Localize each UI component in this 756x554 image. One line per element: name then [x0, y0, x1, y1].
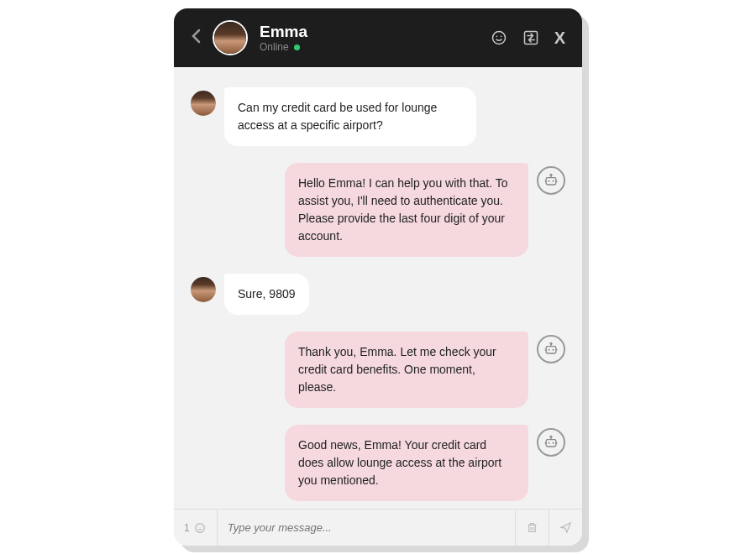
message-row: Can my credit card be used for lounge ac…	[191, 87, 565, 146]
svg-point-26	[197, 526, 198, 527]
bot-avatar-icon	[537, 428, 565, 457]
back-button[interactable]	[191, 27, 201, 49]
user-avatar-icon	[191, 277, 216, 302]
svg-rect-18	[546, 440, 556, 447]
status-label: Online	[260, 41, 289, 53]
header-actions: X	[491, 29, 565, 48]
svg-rect-4	[546, 178, 556, 185]
transfer-icon[interactable]	[522, 29, 539, 46]
svg-point-20	[553, 442, 554, 444]
chat-input-bar: 1	[174, 509, 582, 546]
svg-point-22	[550, 436, 552, 437]
message-bubble: Sure, 9809	[224, 274, 309, 315]
svg-point-15	[550, 342, 552, 344]
send-section[interactable]	[549, 510, 582, 546]
contact-avatar[interactable]	[213, 20, 248, 55]
svg-rect-11	[546, 347, 556, 353]
bot-avatar-icon	[537, 335, 565, 363]
svg-point-19	[549, 442, 550, 444]
delete-section[interactable]	[516, 510, 549, 546]
svg-point-25	[195, 523, 204, 532]
send-icon	[559, 521, 572, 534]
chat-body[interactable]: Can my credit card be used for lounge ac…	[174, 67, 582, 509]
header-text: Emma Online	[260, 23, 479, 53]
svg-point-12	[549, 349, 550, 351]
status-dot-icon	[294, 44, 300, 50]
trash-icon	[526, 521, 538, 534]
message-bubble: Thank you, Emma. Let me check your credi…	[285, 332, 528, 408]
contact-name: Emma	[260, 23, 479, 41]
svg-point-2	[500, 36, 501, 38]
message-input[interactable]	[228, 521, 505, 534]
message-bubble: Good news, Emma! Your credit card does a…	[285, 425, 528, 501]
message-row: Sure, 9809	[191, 274, 565, 315]
close-button[interactable]: X	[554, 29, 565, 48]
bot-avatar-icon	[537, 166, 565, 195]
user-avatar-icon	[191, 91, 216, 116]
svg-point-5	[549, 180, 550, 182]
attachment-icon	[193, 521, 207, 535]
message-bubble: Hello Emma! I can help you with that. To…	[285, 163, 528, 257]
contact-status: Online	[260, 41, 479, 53]
svg-point-27	[201, 526, 202, 527]
svg-point-6	[553, 180, 554, 182]
message-row: Thank you, Emma. Let me check your credi…	[191, 332, 565, 408]
message-input-section	[218, 510, 516, 546]
emoji-icon[interactable]	[491, 29, 507, 46]
svg-point-13	[553, 349, 554, 351]
message-bubble: Can my credit card be used for lounge ac…	[224, 87, 476, 146]
svg-point-1	[496, 36, 497, 38]
chat-window: Emma Online	[174, 8, 582, 546]
chat-header: Emma Online	[174, 8, 582, 67]
attachment-count: 1	[184, 522, 190, 534]
attachment-section[interactable]: 1	[174, 510, 218, 546]
svg-point-0	[492, 32, 505, 44]
message-row: Hello Emma! I can help you with that. To…	[191, 163, 565, 257]
message-row: Good news, Emma! Your credit card does a…	[191, 425, 565, 501]
svg-point-8	[550, 174, 552, 175]
